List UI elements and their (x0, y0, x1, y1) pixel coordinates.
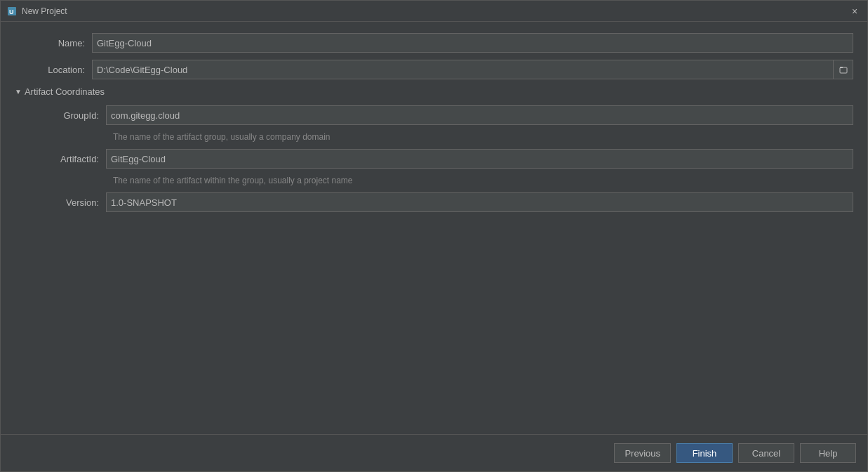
artifact-section-header: ▼ Artifact Coordinates (15, 86, 853, 97)
previous-button[interactable]: Previous (614, 443, 671, 463)
dialog-footer: Previous Finish Cancel Help (1, 434, 867, 471)
location-input-group (92, 60, 853, 79)
groupid-input[interactable] (106, 105, 853, 125)
artifact-form: GroupId: The name of the artifact group,… (15, 105, 853, 212)
location-label: Location: (15, 65, 92, 75)
groupid-row: GroupId: (29, 105, 853, 125)
finish-button[interactable]: Finish (676, 443, 733, 463)
svg-rect-2 (840, 67, 847, 73)
title-bar: U New Project × (1, 1, 867, 22)
dialog-content: Name: Location: ▼ Artifact Coordinates (1, 22, 867, 434)
artifactid-input[interactable] (106, 149, 853, 169)
location-input[interactable] (92, 60, 834, 79)
groupid-label: GroupId: (29, 110, 106, 121)
artifact-section-title: Artifact Coordinates (25, 86, 105, 97)
collapse-arrow-icon[interactable]: ▼ (15, 88, 22, 96)
artifactid-hint: The name of the artifact within the grou… (113, 176, 853, 185)
svg-text:U: U (9, 8, 14, 15)
close-button[interactable]: × (848, 4, 862, 18)
dialog-title: New Project (22, 6, 848, 16)
app-icon: U (6, 6, 18, 17)
name-row: Name: (15, 33, 853, 53)
version-label: Version: (29, 197, 106, 208)
artifactid-row: ArtifactId: (29, 149, 853, 169)
svg-rect-3 (840, 67, 843, 68)
help-button[interactable]: Help (800, 443, 856, 463)
version-row: Version: (29, 192, 853, 212)
location-row: Location: (15, 60, 853, 79)
name-label: Name: (15, 38, 92, 48)
cancel-button[interactable]: Cancel (738, 443, 794, 463)
browse-button[interactable] (834, 60, 853, 79)
groupid-hint: The name of the artifact group, usually … (113, 132, 853, 142)
new-project-dialog: U New Project × Name: Location: (0, 0, 868, 472)
artifactid-label: ArtifactId: (29, 154, 106, 164)
name-input[interactable] (92, 33, 853, 53)
version-input[interactable] (106, 192, 853, 212)
